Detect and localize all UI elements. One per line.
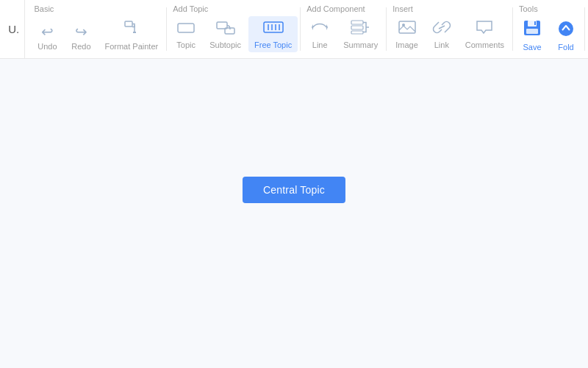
comments-button[interactable]: Comments xyxy=(459,16,510,52)
svg-rect-0 xyxy=(125,21,132,26)
redo-button[interactable]: Redo xyxy=(65,21,97,54)
app-container: U. Basic Undo Redo xyxy=(0,0,588,368)
svg-rect-12 xyxy=(351,26,363,29)
save-icon xyxy=(523,19,542,40)
svg-rect-20 xyxy=(526,29,538,34)
format-painter-label: Format Painter xyxy=(104,42,158,51)
group-tools: Tools Save xyxy=(513,0,585,58)
redo-icon xyxy=(75,24,87,39)
group-add-component: Add Component Line xyxy=(301,0,387,58)
format-painter-icon xyxy=(123,19,140,39)
subtopic-button[interactable]: Subtopic xyxy=(204,18,247,52)
undo-label: Undo xyxy=(37,42,57,51)
topic-icon xyxy=(176,21,196,38)
group-basic-items: Undo Redo Format Painter xyxy=(31,16,164,54)
group-add-component-label: Add Component xyxy=(304,4,384,13)
group-insert-label: Insert xyxy=(390,4,510,13)
free-topic-icon xyxy=(263,19,284,38)
group-tools-items: Save Fold xyxy=(516,16,582,54)
group-add-topic-label: Add Topic xyxy=(170,4,298,13)
group-basic-label: Basic xyxy=(31,4,164,13)
group-basic: Basic Undo Redo xyxy=(28,0,167,58)
group-add-topic-items: Topic Subtopic xyxy=(170,16,298,52)
save-button[interactable]: Save xyxy=(516,16,548,54)
free-topic-button[interactable]: Free Topic xyxy=(248,16,298,52)
fold-icon xyxy=(556,20,576,40)
svg-rect-13 xyxy=(351,31,363,34)
image-label: Image xyxy=(395,40,418,49)
subtopic-icon xyxy=(216,21,235,38)
group-insert: Insert Image xyxy=(387,0,513,58)
group-add-topic: Add Topic Topic xyxy=(167,0,301,58)
summary-label: Summary xyxy=(343,40,378,49)
svg-rect-3 xyxy=(178,24,194,32)
format-painter-button[interactable]: Format Painter xyxy=(98,16,164,54)
group-add-component-items: Line Summary xyxy=(304,16,384,52)
group-tools-label: Tools xyxy=(516,4,582,13)
svg-rect-6 xyxy=(264,22,283,32)
fold-label: Fold xyxy=(558,43,573,52)
canvas-area: Central Topic xyxy=(0,59,588,368)
fold-button[interactable]: Fold xyxy=(550,17,582,54)
undo-button[interactable]: Undo xyxy=(31,21,63,54)
sidebar-letter: U. xyxy=(3,0,25,58)
svg-rect-21 xyxy=(534,21,536,25)
undo-icon xyxy=(41,24,54,39)
summary-icon xyxy=(350,19,372,38)
save-label: Save xyxy=(523,43,541,52)
line-icon xyxy=(310,19,329,38)
image-button[interactable]: Image xyxy=(390,16,424,52)
svg-line-17 xyxy=(439,26,445,29)
summary-button[interactable]: Summary xyxy=(337,16,384,52)
toolbar: U. Basic Undo Redo xyxy=(0,0,588,59)
image-icon xyxy=(398,19,417,38)
comments-icon xyxy=(475,19,494,38)
link-icon xyxy=(432,19,451,38)
line-label: Line xyxy=(312,40,328,49)
redo-label: Redo xyxy=(71,42,90,51)
central-topic-button[interactable]: Central Topic xyxy=(243,177,345,203)
topic-button[interactable]: Topic xyxy=(170,18,202,52)
svg-point-22 xyxy=(559,21,573,36)
group-insert-items: Image Link xyxy=(390,16,510,52)
svg-rect-11 xyxy=(351,21,363,24)
comments-label: Comments xyxy=(465,40,504,49)
link-button[interactable]: Link xyxy=(426,16,458,52)
link-label: Link xyxy=(434,40,449,49)
line-button[interactable]: Line xyxy=(304,16,336,52)
topic-label: Topic xyxy=(176,40,196,49)
free-topic-label: Free Topic xyxy=(254,40,292,49)
subtopic-label: Subtopic xyxy=(209,40,241,49)
